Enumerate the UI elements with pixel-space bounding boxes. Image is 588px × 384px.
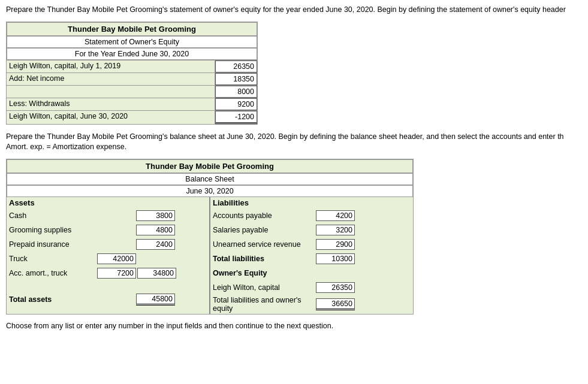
soe-value-5[interactable] (215, 111, 257, 124)
soe-label-1: Leigh Wilton, capital, July 1, 2019 (7, 61, 215, 72)
soe-label-2: Add: Net income (7, 73, 215, 85)
bs-asset-val-grooming[interactable] (136, 225, 175, 235)
bs-asset-row-total: Total assets (7, 292, 209, 307)
bs-asset-row-cash: Cash (7, 208, 209, 223)
soe-row-4: Less: Withdrawals (7, 98, 257, 110)
bs-liab-row-sal: Salaries payable (210, 223, 413, 237)
bs-asset-label-empty (7, 285, 97, 288)
bs-liab-label-ap: Accounts payable (210, 210, 315, 221)
soe-company-name: Thunder Bay Mobile Pet Grooming (7, 22, 257, 36)
soe-row-5: Leigh Wilton, capital, June 30, 2020 (7, 110, 257, 124)
bs-liabilities-panel: Liabilities Accounts payable Salaries pa… (210, 197, 413, 314)
soe-label-4: Less: Withdrawals (7, 98, 215, 110)
soe-value-1[interactable] (215, 61, 257, 72)
bs-asset-val-prepaid[interactable] (136, 239, 175, 250)
bs-asset-label-total: Total assets (7, 294, 97, 305)
bs-liab-val-usr[interactable] (316, 239, 355, 250)
bs-total-liab-equity-row: Total liabilities and owner's equity (210, 295, 413, 314)
bs-equity-val-capital[interactable] (316, 282, 355, 293)
top-instruction: Prepare the Thunder Bay Mobile Pet Groom… (6, 5, 582, 16)
bs-liab-val-total[interactable] (316, 253, 355, 264)
bs-asset-label-truck: Truck (7, 253, 97, 264)
bs-total-liab-equity-val[interactable] (316, 298, 355, 310)
bs-assets-header: Assets (7, 197, 209, 208)
soe-container: Thunder Bay Mobile Pet Grooming Statemen… (6, 22, 258, 125)
bs-asset-label-prepaid: Prepaid insurance (7, 239, 97, 250)
soe-row-1: Leigh Wilton, capital, July 1, 2019 (7, 60, 257, 72)
soe-row-2: Add: Net income (7, 72, 257, 85)
bs-liab-label-sal: Salaries payable (210, 225, 315, 235)
bs-asset-label-amort: Acc. amort., truck (7, 268, 97, 279)
bottom-instruction: Choose from any list or enter any number… (6, 322, 582, 330)
soe-value-4[interactable] (215, 98, 257, 110)
bs-liab-val-ap[interactable] (316, 210, 355, 221)
bs-body: Assets Cash Grooming supplies Prepaid in… (7, 197, 413, 314)
bs-total-liab-equity-label: Total liabilities and owner's equity (210, 295, 315, 314)
bs-company-name: Thunder Bay Mobile Pet Grooming (7, 159, 413, 173)
bs-container: Thunder Bay Mobile Pet Grooming Balance … (6, 159, 414, 315)
bs-asset-val2-amort[interactable] (137, 268, 176, 279)
bs-asset-val1-truck[interactable] (97, 253, 136, 264)
bs-asset-row-empty (7, 280, 209, 292)
soe-value-2[interactable] (215, 73, 257, 85)
bs-asset-val-total[interactable] (136, 294, 175, 306)
bs-liab-label-total: Total liabilities (210, 253, 315, 264)
soe-value-3[interactable] (215, 86, 257, 98)
bs-asset-row-grooming: Grooming supplies (7, 223, 209, 237)
bs-equity-header-label: Owner's Equity (210, 268, 315, 279)
bs-asset-val1-amort[interactable] (97, 268, 136, 279)
soe-period: For the Year Ended June 30, 2020 (7, 48, 257, 60)
bs-asset-val-cash[interactable] (136, 210, 175, 221)
bs-equity-header-row: Owner's Equity (210, 266, 413, 280)
bs-asset-row-truck: Truck (7, 252, 209, 266)
bs-liab-val-sal[interactable] (316, 225, 355, 235)
bs-liab-row-usr: Unearned service revenue (210, 237, 413, 252)
bs-liabilities-header: Liabilities (210, 197, 413, 208)
bs-liab-row-ap: Accounts payable (210, 208, 413, 223)
soe-label-5: Leigh Wilton, capital, June 30, 2020 (7, 111, 215, 124)
soe-title: Statement of Owner's Equity (7, 36, 257, 48)
bs-asset-label-cash: Cash (7, 210, 97, 221)
bs-date: June 30, 2020 (7, 185, 413, 197)
bs-asset-label-grooming: Grooming supplies (7, 225, 97, 235)
bs-equity-label-capital: Leigh Wilton, capital (210, 282, 315, 293)
bs-assets-panel: Assets Cash Grooming supplies Prepaid in… (7, 197, 210, 314)
middle-instruction: Prepare the Thunder Bay Mobile Pet Groom… (6, 132, 582, 153)
bs-liab-label-usr: Unearned service revenue (210, 239, 315, 250)
bs-asset-row-prepaid: Prepaid insurance (7, 237, 209, 252)
bs-equity-row-capital: Leigh Wilton, capital (210, 280, 413, 295)
soe-row-3 (7, 85, 257, 98)
soe-label-3 (7, 86, 215, 98)
bs-asset-row-amort: Acc. amort., truck (7, 266, 209, 280)
bs-liab-row-total: Total liabilities (210, 252, 413, 266)
bs-title: Balance Sheet (7, 173, 413, 185)
